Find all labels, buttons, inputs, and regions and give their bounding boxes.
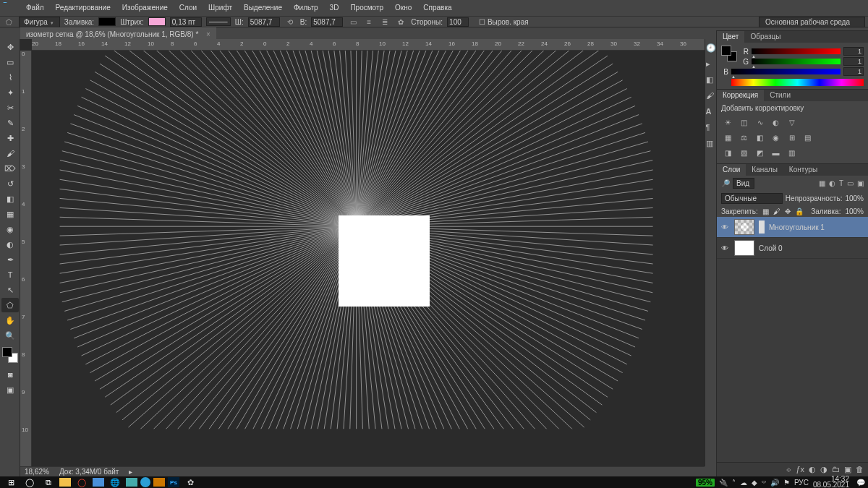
gear-icon[interactable]: ✿ [395, 17, 407, 27]
menu-view[interactable]: Просмотр [344, 1, 389, 14]
tab-styles[interactable]: Стили [764, 90, 796, 101]
tab-color[interactable]: Цвет [717, 31, 744, 43]
layer-thumb[interactable] [734, 219, 754, 235]
lock-pixels-icon[interactable]: 🖌 [773, 207, 780, 215]
start-button[interactable]: ⊞ [3, 477, 19, 487]
tab-paths[interactable]: Контуры [783, 164, 823, 176]
new-adj-icon[interactable]: ◑ [820, 465, 827, 474]
blur-tool[interactable]: ◉ [1, 222, 19, 236]
b-slider[interactable] [731, 69, 841, 74]
menu-select[interactable]: Выделение [238, 1, 288, 14]
g-slider[interactable] [752, 59, 841, 64]
adj-selective-icon[interactable]: ▥ [786, 148, 797, 158]
adj-invert-icon[interactable]: ◨ [723, 148, 733, 158]
trash-icon[interactable]: 🗑 [856, 465, 864, 474]
crop-tool[interactable]: ✂ [1, 100, 19, 115]
stroke-swatch[interactable] [148, 17, 166, 26]
layer-name[interactable]: Многоугольник 1 [769, 223, 825, 231]
vector-mask-thumb[interactable] [759, 221, 765, 234]
blend-mode-dropdown[interactable]: Обычные [721, 193, 783, 204]
heal-tool[interactable]: ✚ [1, 131, 19, 145]
tray-wifi-icon[interactable]: ⌔ [762, 479, 766, 487]
g-input[interactable] [843, 57, 864, 66]
hue-ramp[interactable] [731, 79, 864, 86]
lock-all-icon[interactable]: 🔒 [795, 207, 804, 215]
menu-file[interactable]: Файл [20, 1, 50, 14]
filter-pixel-icon[interactable]: ▦ [819, 179, 825, 187]
filter-shape-icon[interactable]: ▭ [847, 179, 854, 187]
b-input[interactable] [843, 67, 864, 76]
eraser-tool[interactable]: ◧ [1, 192, 19, 206]
lock-trans-icon[interactable]: ▦ [762, 207, 769, 215]
taskview-button[interactable]: ⧉ [41, 477, 56, 487]
char-icon[interactable]: A [706, 107, 716, 117]
menu-help[interactable]: Справка [417, 1, 457, 14]
app-icon[interactable] [93, 478, 104, 487]
layer-filter-dropdown[interactable]: Вид [733, 178, 754, 189]
workspace-dropdown[interactable]: Основная рабочая среда [759, 17, 865, 27]
color-swatches[interactable] [2, 347, 18, 363]
tray-flag-icon[interactable]: ⚑ [783, 479, 790, 487]
marquee-tool[interactable]: ▭ [1, 55, 19, 69]
adj-lookup-icon[interactable]: ▤ [802, 133, 813, 142]
hand-tool[interactable]: ✋ [1, 313, 19, 328]
canvas[interactable] [32, 51, 705, 466]
stroke-weight-input[interactable] [170, 17, 202, 27]
tray-lang[interactable]: РУС [794, 479, 809, 487]
lasso-tool[interactable]: ⌇ [1, 70, 19, 85]
shape-mode-dropdown[interactable]: Фигура [19, 17, 60, 27]
link-wh-icon[interactable]: ⟲ [284, 17, 296, 27]
tab-adjustments[interactable]: Коррекция [717, 90, 764, 101]
tray-onedrive-icon[interactable]: ☁ [740, 479, 747, 487]
visibility-icon[interactable]: 👁 [720, 244, 730, 252]
search-button[interactable]: ◯ [22, 477, 38, 487]
adj-vibrance-icon[interactable]: ▽ [786, 118, 797, 127]
adj-map-icon[interactable]: ▬ [770, 148, 781, 158]
layer-name[interactable]: Слой 0 [759, 244, 783, 252]
tray-notifications-icon[interactable]: 💬 [856, 479, 865, 487]
r-input[interactable] [843, 47, 864, 56]
stamp-tool[interactable]: ⌦ [1, 161, 19, 176]
sides-input[interactable] [447, 17, 469, 27]
tray-power-icon[interactable]: 🔌 [719, 479, 728, 487]
adj-balance-icon[interactable]: ⚖ [739, 133, 749, 142]
brush-tool[interactable]: 🖌 [1, 146, 19, 160]
zoom-readout[interactable]: 18,62% [25, 468, 49, 476]
status-arrow-icon[interactable]: ▸ [129, 468, 132, 476]
adj-hue-icon[interactable]: ▦ [723, 133, 733, 142]
wand-tool[interactable]: ✦ [1, 85, 19, 100]
align-edges-checkbox[interactable]: ☐ Выров. края [479, 18, 529, 26]
tab-swatches[interactable]: Образцы [744, 31, 786, 43]
history-icon[interactable]: 🕘 [706, 43, 716, 53]
doc-info[interactable]: Док: 3,34M/0 байт [59, 468, 119, 476]
tab-layers[interactable]: Слои [717, 164, 746, 176]
menu-3d[interactable]: 3D [324, 1, 345, 14]
adj-bw-icon[interactable]: ◧ [754, 133, 765, 142]
layer-row[interactable]: 👁 Слой 0 [717, 238, 868, 259]
adj-exposure-icon[interactable]: ◐ [770, 118, 781, 127]
libraries-icon[interactable]: ▥ [706, 139, 716, 149]
opacity-value[interactable]: 100% [845, 194, 864, 202]
ps-taskbar-icon[interactable]: Ps [168, 477, 179, 487]
para-icon[interactable]: ¶ [706, 123, 716, 133]
fill-opacity-value[interactable]: 100% [845, 207, 864, 215]
zoom-tool[interactable]: 🔍 [1, 328, 19, 343]
filter-smart-icon[interactable]: ▣ [857, 179, 864, 187]
chrome-icon[interactable]: 🌐 [107, 477, 123, 487]
adj-poster-icon[interactable]: ▧ [739, 148, 749, 158]
tray-up-icon[interactable]: ˄ [732, 479, 736, 487]
explorer-icon[interactable] [59, 478, 71, 487]
stroke-style[interactable] [206, 17, 231, 26]
pen-tool[interactable]: ✒ [1, 252, 19, 267]
tray-app-icon[interactable]: ◆ [752, 479, 757, 487]
quickmask-tool[interactable]: ◙ [1, 367, 19, 382]
filter-adj-icon[interactable]: ◐ [829, 179, 835, 187]
adj-photo-icon[interactable]: ◉ [770, 133, 781, 142]
menu-type[interactable]: Шрифт [203, 1, 238, 14]
link-layers-icon[interactable]: ⟐ [786, 465, 791, 474]
move-tool[interactable]: ✥ [1, 40, 19, 54]
menu-edit[interactable]: Редактирование [50, 1, 116, 14]
tool-preset-icon[interactable]: ⬠ [3, 17, 14, 27]
width-input[interactable] [248, 17, 280, 27]
adj-curves-icon[interactable]: ∿ [754, 118, 765, 127]
